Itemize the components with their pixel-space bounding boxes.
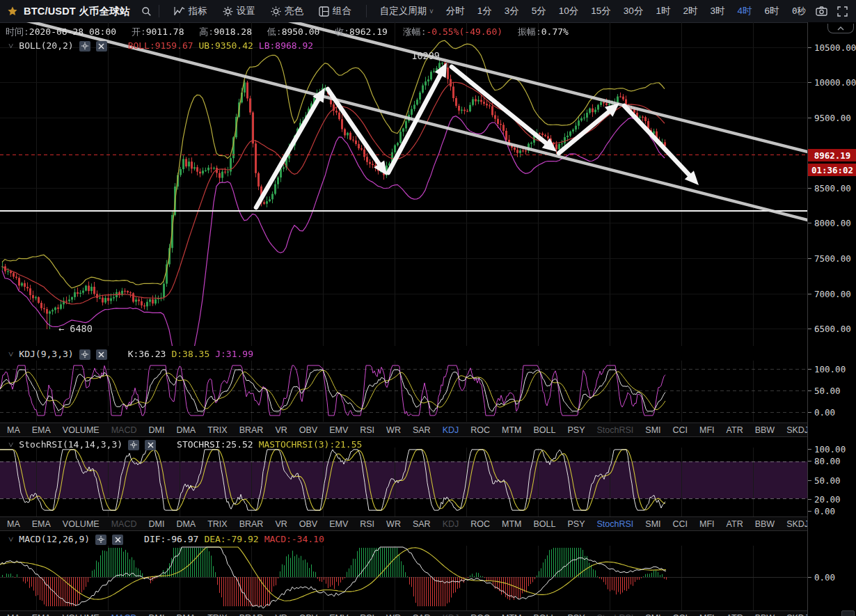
tab-atr[interactable]: ATR [727,613,743,616]
tab-rsi[interactable]: RSI [360,425,374,435]
tab-dma[interactable]: DMA [176,519,196,529]
menu-combo[interactable]: 组合 [319,5,351,17]
chevron-down-icon[interactable]: ˅ [8,533,13,546]
tab-bbw[interactable]: BBW [755,613,775,616]
period-option-2时[interactable]: 2时 [683,5,697,17]
price-axis[interactable]: 8962.19 01:36:02 10500.0010000.009500.00… [807,22,856,616]
tab-macd[interactable]: MACD [111,613,137,616]
tab-skdj[interactable]: SKDJ [786,519,809,529]
tab-smi[interactable]: SMI [645,613,660,616]
tab-cci[interactable]: CCI [673,613,688,616]
menu-light-theme[interactable]: 亮色 [271,5,303,17]
kdj-close-icon[interactable] [96,349,107,360]
tab-dmi[interactable]: DMI [148,519,164,529]
period-option-1时[interactable]: 1时 [656,5,670,17]
tab-smi[interactable]: SMI [645,519,660,529]
tab-macd[interactable]: MACD [111,519,137,529]
tab-vr[interactable]: VR [275,613,287,616]
tab-mtm[interactable]: MTM [502,425,521,435]
tab-cci[interactable]: CCI [673,519,688,529]
tab-vr[interactable]: VR [275,425,287,435]
tab-trix[interactable]: TRIX [207,425,227,435]
tab-sar[interactable]: SAR [413,425,431,435]
tab-psy[interactable]: PSY [567,613,585,616]
fullscreen-icon[interactable] [837,6,848,17]
period-option-3时[interactable]: 3时 [710,5,724,17]
tab-kdj[interactable]: KDJ [443,519,459,529]
tab-ema[interactable]: EMA [32,613,51,616]
tab-ma[interactable]: MA [7,519,20,529]
tab-bbw[interactable]: BBW [755,519,775,529]
macd-panel-chart[interactable] [0,546,807,610]
tab-ma[interactable]: MA [7,613,20,616]
tab-atr[interactable]: ATR [727,519,743,529]
tab-ema[interactable]: EMA [32,425,51,435]
tab-brar[interactable]: BRAR [239,519,264,529]
tab-wr[interactable]: WR [386,613,401,616]
tab-mtm[interactable]: MTM [502,519,521,529]
search-icon[interactable] [141,6,152,17]
tab-atr[interactable]: ATR [727,425,743,435]
tab-ema[interactable]: EMA [32,519,51,529]
period-option-分时[interactable]: 分时 [446,5,465,17]
scrollbar-nub[interactable] [841,610,855,616]
tab-dmi[interactable]: DMI [148,613,164,616]
tab-mfi[interactable]: MFI [699,613,715,616]
menu-settings[interactable]: 设置 [223,5,255,17]
tab-bbw[interactable]: BBW [755,425,775,435]
tab-stochrsi[interactable]: StochRSI [596,519,633,529]
main-price-chart[interactable] [0,22,807,346]
tab-sar[interactable]: SAR [413,519,431,529]
tab-obv[interactable]: OBV [299,613,317,616]
tab-smi[interactable]: SMI [645,425,660,435]
period-option-3分[interactable]: 3分 [505,5,519,17]
tab-ma[interactable]: MA [7,425,20,435]
tab-boll[interactable]: BOLL [534,613,556,616]
period-option-5分[interactable]: 5分 [532,5,546,17]
tab-rsi[interactable]: RSI [360,613,374,616]
menu-indicators[interactable]: 指标 [174,5,207,17]
period-option-10分[interactable]: 10分 [559,5,579,17]
tab-sar[interactable]: SAR [413,613,431,616]
stochrsi-settings-icon[interactable] [128,440,139,450]
tab-dma[interactable]: DMA [176,613,196,616]
tab-boll[interactable]: BOLL [534,425,556,435]
tab-volume[interactable]: VOLUME [63,519,100,529]
camera-icon[interactable] [816,6,827,16]
axis-collapse-button[interactable] [827,24,854,33]
tab-dma[interactable]: DMA [176,425,196,435]
tab-volume[interactable]: VOLUME [63,425,100,435]
tab-roc[interactable]: ROC [470,425,490,435]
tab-psy[interactable]: PSY [567,425,585,435]
tab-kdj[interactable]: KDJ [443,613,459,616]
macd-settings-icon[interactable] [95,535,106,545]
period-option-15分[interactable]: 15分 [591,5,611,17]
tab-skdj[interactable]: SKDJ [786,425,809,435]
tab-kdj[interactable]: KDJ [443,425,459,435]
tab-obv[interactable]: OBV [299,425,317,435]
tab-roc[interactable]: ROC [470,613,490,616]
chevron-down-icon[interactable]: ˅ [8,348,13,361]
tab-cci[interactable]: CCI [673,425,688,435]
tab-volume[interactable]: VOLUME [63,613,100,616]
period-option-4时[interactable]: 4时 [737,5,752,17]
period-option-1分[interactable]: 1分 [477,5,492,17]
tab-dmi[interactable]: DMI [148,425,164,435]
tab-emv[interactable]: EMV [329,519,348,529]
boll-settings-icon[interactable] [79,41,90,52]
tab-vr[interactable]: VR [275,519,287,529]
tab-mfi[interactable]: MFI [699,425,715,435]
tab-emv[interactable]: EMV [329,425,348,435]
tab-mtm[interactable]: MTM [502,613,521,616]
tab-emv[interactable]: EMV [329,613,348,616]
tab-mfi[interactable]: MFI [699,519,715,529]
favorite-star-icon[interactable] [7,6,18,17]
tab-macd[interactable]: MACD [111,425,137,435]
chevron-down-icon[interactable]: ˅ [8,40,13,52]
period-option-6时[interactable]: 6时 [764,5,779,17]
boll-close-icon[interactable] [96,41,107,52]
tab-brar[interactable]: BRAR [239,613,264,616]
tab-skdj[interactable]: SKDJ [786,613,809,616]
tab-stochrsi[interactable]: StochRSI [596,613,633,616]
kdj-settings-icon[interactable] [79,349,90,360]
